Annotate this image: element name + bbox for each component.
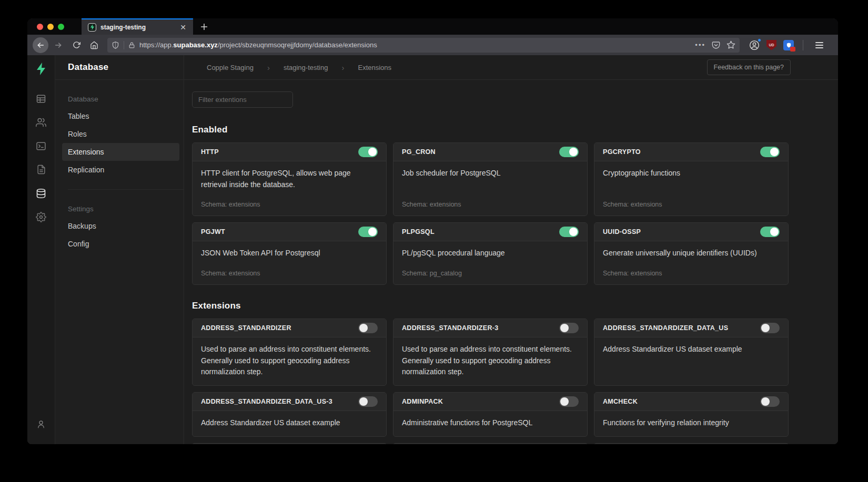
rail-settings-button[interactable]: [32, 205, 51, 229]
extension-name: AMCHECK: [603, 398, 638, 405]
toggle-knob: [368, 228, 377, 236]
page-header: Copple Staging›staging-testing›Extension…: [184, 55, 838, 80]
reload-button[interactable]: [68, 37, 84, 53]
rail-sql-terminal-button[interactable]: [32, 134, 51, 158]
page-actions-icon[interactable]: •••: [695, 41, 705, 49]
extension-toggle[interactable]: [358, 323, 378, 333]
back-button[interactable]: [33, 37, 48, 53]
extension-toggle[interactable]: [760, 323, 780, 333]
arrow-right-icon: [54, 41, 63, 49]
breadcrumb-item[interactable]: Extensions: [358, 64, 391, 71]
database-icon: [36, 188, 46, 199]
extension-toggle[interactable]: [559, 323, 579, 333]
rail-docs-button[interactable]: [32, 158, 51, 181]
extension-card: PLPGSQL PL/pgSQL procedural language Sch…: [393, 222, 588, 285]
toggle-knob: [770, 228, 779, 236]
sidebar-item-roles[interactable]: Roles: [55, 125, 179, 143]
sidebar-item-extensions[interactable]: Extensions: [62, 143, 179, 161]
extension-toggle[interactable]: [559, 227, 579, 237]
sidebar-group-label: Settings: [55, 200, 184, 217]
home-button[interactable]: [86, 37, 102, 53]
toggle-knob: [359, 397, 368, 406]
extension-card: AMCHECK Functions for verifying relation…: [594, 392, 789, 437]
extension-toggle[interactable]: [358, 396, 378, 407]
rail-database-button[interactable]: [32, 181, 51, 205]
extension-name: ADDRESS_STANDARDIZER-3: [402, 324, 498, 332]
notification-dot: [758, 38, 761, 42]
toggle-knob: [560, 397, 569, 406]
extension-schema: Schema: extensions: [402, 190, 579, 208]
extension-card-body: Functions for verifying relation integri…: [594, 411, 788, 436]
rail-users-button[interactable]: [32, 110, 51, 134]
extension-description: PL/pgSQL procedural language: [402, 248, 579, 259]
feedback-button[interactable]: Feedback on this page?: [707, 59, 791, 75]
extension-toggle[interactable]: [358, 147, 378, 157]
extension-toggle[interactable]: [760, 227, 780, 237]
sidebar-item-config[interactable]: Config: [55, 235, 179, 253]
extension-toggle[interactable]: [358, 227, 378, 237]
partial-row: [192, 443, 789, 444]
extensions-grid: HTTP HTTP client for PostgreSQL, allows …: [192, 142, 789, 285]
extension-toggle[interactable]: [559, 396, 579, 407]
forward-button[interactable]: [51, 37, 66, 53]
extension-card-header: ADDRESS_STANDARDIZER-3: [393, 319, 587, 337]
extension-card-partial: [393, 443, 588, 444]
icon-rail: [27, 55, 55, 444]
close-window-button[interactable]: [37, 24, 43, 30]
tab-close-icon[interactable]: ✕: [177, 22, 189, 33]
extension-card: ADDRESS_STANDARDIZER Used to parse an ad…: [192, 319, 387, 386]
pocket-icon[interactable]: [712, 41, 720, 49]
account-button[interactable]: [749, 40, 760, 50]
extension-card: PGCRYPTO Cryptographic functions Schema:…: [594, 142, 789, 216]
supabase-favicon-icon: [88, 23, 96, 32]
extension-card-body: Address Standardizer US dataset example: [193, 411, 386, 436]
bookmark-star-icon[interactable]: [726, 40, 735, 49]
extension-description: Job scheduler for PostgreSQL: [402, 168, 579, 179]
extension-name: PGCRYPTO: [603, 148, 641, 156]
chevron-right-icon: ›: [267, 63, 270, 72]
extension-card-header: HTTP: [193, 143, 386, 161]
sidebar-item-tables[interactable]: Tables: [55, 107, 179, 125]
zoom-window-button[interactable]: [58, 24, 64, 30]
toggle-knob: [761, 324, 770, 332]
password-manager-extension-icon[interactable]: [783, 40, 794, 50]
breadcrumb-item[interactable]: Copple Staging: [207, 64, 254, 71]
supabase-logo-icon[interactable]: [36, 63, 46, 75]
extension-toggle[interactable]: [559, 147, 579, 157]
extension-card-body: Cryptographic functions Schema: extensio…: [594, 161, 788, 216]
menu-button[interactable]: [812, 42, 829, 48]
extension-toggle[interactable]: [760, 147, 780, 157]
lock-icon[interactable]: [128, 42, 135, 49]
extension-card: ADDRESS_STANDARDIZER_DATA_US Address Sta…: [594, 319, 789, 386]
toggle-knob: [569, 148, 578, 156]
extension-description: Used to parse an address into constituen…: [402, 344, 579, 378]
extension-card-header: ADDRESS_STANDARDIZER_DATA_US-3: [193, 393, 386, 411]
content-sections: Enabled HTTP HTTP client for PostgreSQL,…: [192, 125, 789, 444]
filter-extensions-input[interactable]: [192, 91, 293, 108]
breadcrumb-item[interactable]: staging-testing: [284, 64, 328, 71]
extension-toggle[interactable]: [760, 396, 780, 407]
url-text[interactable]: https://app.supabase.xyz/project/sbzeuqn…: [139, 41, 691, 49]
browser-tab[interactable]: staging-testing ✕: [82, 18, 193, 35]
extension-card-header: PGJWT: [193, 223, 386, 241]
extension-name: ADDRESS_STANDARDIZER_DATA_US-3: [201, 398, 332, 405]
extension-card-body: Used to parse an address into constituen…: [393, 337, 587, 385]
url-bar[interactable]: https://app.supabase.xyz/project/sbzeuqn…: [107, 38, 740, 53]
rail-profile-button[interactable]: [32, 412, 51, 436]
ublock-extension-icon[interactable]: UD: [766, 40, 776, 50]
extension-card-header: PGCRYPTO: [594, 143, 788, 161]
new-tab-button[interactable]: [193, 18, 215, 35]
minimize-window-button[interactable]: [47, 24, 54, 30]
tab-bar: staging-testing ✕: [27, 18, 838, 35]
extension-card-header: ADDRESS_STANDARDIZER_DATA_US: [594, 319, 788, 337]
extension-badge: [790, 47, 795, 52]
supabase-app: Database DatabaseTablesRolesExtensionsRe…: [27, 55, 838, 444]
extension-card-body: Address Standardizer US dataset example: [594, 337, 788, 385]
sidebar-item-replication[interactable]: Replication: [55, 161, 179, 179]
sidebar-item-backups[interactable]: Backups: [55, 217, 179, 235]
tracking-protection-shield-icon[interactable]: [112, 41, 119, 49]
rail-table-grid-button[interactable]: [32, 87, 51, 110]
sidebar-title: Database: [55, 55, 184, 80]
extension-card-partial: [594, 443, 789, 444]
urlbar-divider: [124, 41, 124, 49]
